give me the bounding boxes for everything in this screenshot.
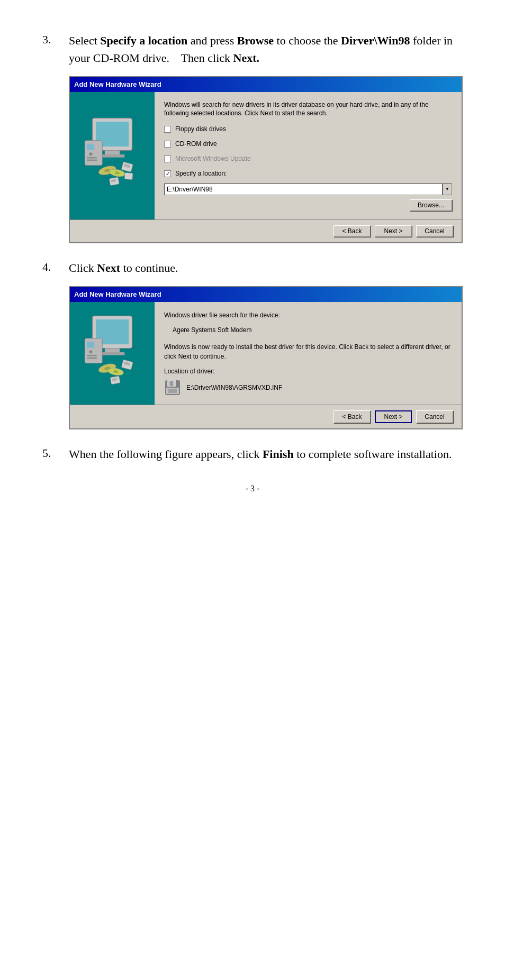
wizard-2-install-text: Windows is now ready to install the best…: [164, 342, 452, 361]
wizard-2-footer: < Back Next > Cancel: [70, 405, 462, 428]
svg-rect-2: [105, 151, 120, 155]
wizard-2-search-text: Windows driver file search for the devic…: [164, 310, 452, 320]
step-3: 3. Select Specify a location and press B…: [42, 32, 463, 243]
step-number-5: 5.: [42, 445, 69, 460]
svg-rect-17: [124, 173, 133, 180]
back-button-2[interactable]: < Back: [333, 410, 371, 423]
wizard-1-illustration: [70, 92, 155, 220]
wizard-2-device-name: Agere Systems Soft Modem: [173, 325, 452, 335]
page-number: - 3 -: [42, 484, 463, 493]
cancel-button-2[interactable]: Cancel: [416, 410, 453, 423]
wizard-2-body: Windows driver file search for the devic…: [70, 302, 462, 405]
next-button-2[interactable]: Next >: [375, 410, 412, 423]
next-button-1[interactable]: Next >: [375, 225, 412, 237]
floppy-disk-icon: [164, 379, 181, 396]
svg-rect-40: [170, 381, 173, 386]
location-input-row: [164, 184, 452, 195]
wizard-1-footer: < Back Next > Cancel: [70, 219, 462, 242]
cdrom-label: CD-ROM drive: [175, 139, 217, 149]
wizard-2-illustration: [70, 302, 155, 405]
driver-path: E:\Driver\WIN98\AGRSMVXD.INF: [186, 383, 282, 392]
wizard-2-location-label: Location of driver:: [164, 367, 452, 376]
back-button-1[interactable]: < Back: [333, 225, 371, 237]
wizard-1: Add New Hardware Wizard: [69, 76, 463, 243]
step-text-4: Click Next to continue. Add New Hardware…: [69, 259, 463, 429]
step-text-3: Select Specify a location and press Brow…: [69, 32, 463, 243]
cdrom-checkbox[interactable]: [164, 141, 171, 148]
svg-rect-3: [100, 154, 124, 158]
svg-rect-8: [87, 160, 97, 161]
checkbox-specify-location[interactable]: Specify a location:: [164, 169, 452, 178]
svg-rect-20: [105, 348, 120, 352]
step-number-4: 4.: [42, 259, 69, 274]
step-number-3: 3.: [42, 32, 69, 47]
wizard-1-desc: Windows will search for new drivers in i…: [164, 100, 452, 118]
svg-point-24: [89, 350, 93, 353]
svg-rect-25: [87, 354, 97, 356]
specify-location-label: Specify a location:: [175, 169, 227, 178]
checkbox-cdrom[interactable]: CD-ROM drive: [164, 139, 452, 149]
wizard-1-titlebar: Add New Hardware Wizard: [70, 77, 462, 92]
cancel-button-1[interactable]: Cancel: [416, 225, 453, 237]
svg-rect-39: [168, 389, 177, 393]
browse-button-row: Browse...: [164, 199, 452, 211]
windows-update-label: Microsoft Windows Update: [175, 154, 251, 163]
svg-rect-26: [87, 357, 97, 359]
windows-update-checkbox[interactable]: [164, 155, 171, 162]
wizard-2-titlebar: Add New Hardware Wizard: [70, 287, 462, 302]
svg-point-6: [89, 153, 93, 156]
step-text-5: When the following figure appears, click…: [69, 445, 452, 463]
wizard-1-title: Add New Hardware Wizard: [74, 80, 161, 88]
wizard-2-title: Add New Hardware Wizard: [74, 290, 161, 298]
wizard-2-right: Windows driver file search for the devic…: [155, 302, 462, 405]
wizard-1-right: Windows will search for new drivers in i…: [155, 92, 462, 220]
svg-rect-5: [87, 144, 94, 150]
step-4: 4. Click Next to continue. Add New Hardw…: [42, 259, 463, 429]
specify-location-checkbox[interactable]: [164, 170, 171, 177]
wizard-1-body: Windows will search for new drivers in i…: [70, 92, 462, 220]
checkbox-floppy[interactable]: Floppy disk drives: [164, 124, 452, 134]
svg-rect-23: [87, 342, 94, 347]
location-dropdown[interactable]: [443, 184, 452, 195]
floppy-checkbox[interactable]: [164, 126, 171, 133]
floppy-label: Floppy disk drives: [175, 124, 226, 134]
browse-button[interactable]: Browse...: [410, 199, 452, 211]
location-input[interactable]: [164, 184, 443, 195]
svg-rect-7: [87, 157, 97, 159]
svg-rect-21: [100, 352, 124, 355]
checkbox-windows-update[interactable]: Microsoft Windows Update: [164, 154, 452, 163]
step-5: 5. When the following figure appears, cl…: [42, 445, 463, 463]
wizard-2: Add New Hardware Wizard: [69, 286, 463, 429]
driver-location-row: E:\Driver\WIN98\AGRSMVXD.INF: [164, 379, 452, 396]
